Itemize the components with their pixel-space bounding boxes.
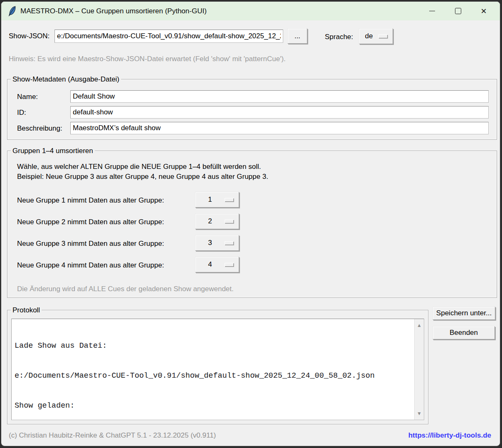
id-label: ID:: [17, 109, 26, 117]
log-area[interactable]: Lade Show aus Datei: e:/Documents/Maestr…: [11, 319, 424, 420]
scroll-up-icon[interactable]: ▲: [415, 323, 424, 328]
maximize-icon: [455, 8, 461, 14]
show-json-label: Show-JSON:: [9, 32, 49, 40]
metadata-group-title: Show-Metadaten (Ausgabe-Datei): [11, 75, 121, 84]
log-line: Show geladen:: [15, 401, 411, 411]
log-line: Lade Show aus Datei:: [15, 341, 411, 351]
group-row-3-label: Neue Gruppe 3 nimmt Daten aus alter Grup…: [17, 240, 164, 248]
footer-copyright: (c) Christian Haubitz-Reinke & ChatGPT 5…: [9, 431, 216, 440]
log-lines: Lade Show aus Datei: e:/Documents/Maestr…: [15, 321, 411, 420]
dropdown-indicator-icon: [225, 220, 234, 223]
beschreibung-label: Beschreibung:: [17, 124, 62, 133]
scroll-down-icon[interactable]: ▼: [415, 411, 424, 416]
group-4-select[interactable]: 4: [195, 257, 239, 272]
dropdown-indicator-icon: [225, 263, 234, 267]
name-label: Name:: [17, 93, 38, 101]
group-3-value: 3: [195, 239, 225, 247]
group-row-2-label: Neue Gruppe 2 nimmt Daten aus alter Grup…: [17, 218, 164, 226]
show-json-path-input[interactable]: [54, 30, 283, 43]
footer-link[interactable]: https://liberty-dj-tools.de: [408, 431, 491, 440]
instruction-line-2: Beispiel: Neue Gruppe 3 aus alter Gruppe…: [17, 173, 268, 181]
browse-button[interactable]: ...: [287, 28, 307, 44]
group-3-select[interactable]: 3: [195, 235, 239, 251]
minimize-icon: [429, 11, 435, 11]
group-1-value: 1: [195, 196, 225, 204]
minimize-button[interactable]: [419, 2, 445, 20]
close-icon: ✕: [480, 7, 487, 15]
group-row-1-label: Neue Gruppe 1 nimmt Daten aus alter Grup…: [17, 196, 164, 205]
dropdown-indicator-icon: [378, 35, 388, 38]
group-2-select[interactable]: 2: [195, 213, 239, 229]
dropdown-indicator-icon: [225, 198, 234, 202]
hint-text: Hinweis: Es wird eine Maestro-Show-JSON-…: [9, 55, 286, 63]
save-as-button[interactable]: Speichern unter...: [433, 307, 495, 320]
close-button[interactable]: ✕: [471, 2, 497, 20]
log-line: e:/Documents/Maestro-CUE-Tool_v0.91/show…: [15, 371, 411, 381]
group-2-value: 2: [195, 217, 225, 225]
language-value: de: [359, 32, 378, 40]
window-controls: ✕: [419, 2, 497, 20]
sprache-label: Sprache:: [325, 33, 353, 41]
dropdown-indicator-icon: [225, 241, 234, 245]
group-1-select[interactable]: 1: [195, 192, 239, 208]
log-scrollbar[interactable]: ▲ ▼: [414, 319, 424, 420]
apply-note: Die Änderung wird auf ALLE Cues der gela…: [17, 285, 234, 293]
group-row-4-label: Neue Gruppe 4 nimmt Daten aus alter Grup…: [17, 261, 164, 270]
name-field[interactable]: [70, 90, 489, 103]
beschreibung-field[interactable]: [70, 122, 489, 134]
protocol-group-title: Protokoll: [11, 306, 42, 314]
maximize-button[interactable]: [445, 2, 471, 20]
window-title: MAESTRO-DMX – Cue Gruppen umsortieren (P…: [20, 7, 207, 15]
groups-group-title: Gruppen 1–4 umsortieren: [11, 147, 95, 155]
instruction-line-1: Wähle, aus welcher ALTEN Gruppe die NEUE…: [17, 163, 261, 171]
language-select[interactable]: de: [359, 28, 393, 44]
id-field[interactable]: [70, 106, 489, 119]
python-feather-icon: [7, 6, 17, 17]
quit-button[interactable]: Beenden: [433, 326, 495, 339]
app-window: MAESTRO-DMX – Cue Gruppen umsortieren (P…: [1, 1, 500, 446]
group-4-value: 4: [195, 260, 225, 269]
titlebar: MAESTRO-DMX – Cue Gruppen umsortieren (P…: [1, 2, 500, 20]
